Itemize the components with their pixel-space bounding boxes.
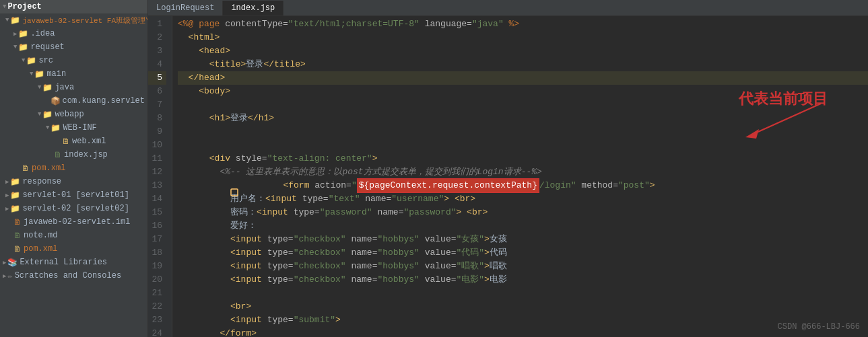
webapp-folder-icon: 📁	[42, 110, 53, 120]
iml-icon: 🗎	[13, 217, 22, 227]
editor-tabs: LoginRequest index.jsp	[148, 0, 868, 16]
code-line-8: <h1>登录</h1>	[178, 112, 868, 125]
code-line-18: <input type="checkbox" name="hobbys" val…	[178, 246, 868, 260]
tree-item-pomxml1[interactable]: 🗎 pom.xml	[0, 161, 147, 175]
servlet01-folder-icon: 📁	[10, 190, 20, 200]
code-line-13: <form action="${pageContext.request.cont…	[178, 179, 868, 192]
tree-item-src[interactable]: ▼ 📁 src	[0, 54, 147, 67]
tree-item-package[interactable]: 📦 com.kuang.servlet	[0, 94, 147, 108]
tree-item-requset[interactable]: ▼ 📁 requset	[0, 40, 147, 54]
tree-item-servlet02[interactable]: ▶ 📁 servlet-02 [servlet02]	[0, 202, 147, 215]
checkbox-icon	[230, 188, 238, 196]
extlibs-icon: 📚	[7, 258, 18, 268]
code-line-1: <%@ page contentType="text/html;charset=…	[178, 17, 868, 31]
jsp-file-icon: 🗎	[54, 150, 62, 160]
line-numbers: 1 2 3 4 5 6 7 8 9 10 11 12 13 14 15 16 1…	[148, 16, 172, 337]
project-arrow: ▼	[3, 3, 6, 10]
code-line-14: 用户名：<input type="text" name="username"> …	[178, 192, 868, 206]
tree-item-servlet01[interactable]: ▶ 📁 servlet-01 [servlet01]	[0, 188, 147, 202]
tree-item-response[interactable]: ▶ 📁 response	[0, 175, 147, 188]
code-line-12: <%-- 这里表单表示的意思：以post方式提交表单，提交到我们的Login请求…	[178, 165, 868, 179]
code-line-24: </form>	[178, 327, 868, 337]
code-line-17: <input type="checkbox" name="hobbys" val…	[178, 233, 868, 246]
code-line-23: <input type="submit">	[178, 313, 868, 327]
tab-indexjsp[interactable]: index.jsp	[223, 1, 283, 15]
response-folder-icon: 📁	[10, 177, 20, 187]
tree-item-javaweb[interactable]: ▼ 📁 javaweb-02-servlet FA班级管理\西开【19525】\…	[0, 13, 147, 27]
project-label: Project	[7, 2, 41, 11]
requset-folder-icon: 📁	[18, 42, 28, 52]
folder-icon: 📁	[10, 15, 20, 26]
tree-project-root[interactable]: ▼ Project	[0, 0, 147, 13]
tree-item-webxml[interactable]: 🗎 web.xml	[0, 135, 147, 148]
main-folder-icon: 📁	[34, 69, 44, 79]
code-line-11: <div style="text-align: center">	[178, 152, 868, 165]
code-line-15: 密码：<input type="password" name="password…	[178, 206, 868, 219]
code-line-16: 爱好：	[178, 219, 868, 233]
md-icon: 🗎	[13, 231, 22, 241]
tree-item-webapp[interactable]: ▼ 📁 webapp	[0, 108, 147, 121]
xml-file-icon: 🗎	[62, 137, 70, 147]
webinf-folder-icon: 📁	[51, 123, 61, 133]
code-content: <%@ page contentType="text/html;charset=…	[172, 16, 868, 337]
code-line-20: <input type="checkbox" name="hobbys" val…	[178, 273, 868, 287]
code-line-5: </head>	[178, 71, 868, 85]
tree-item-webinf[interactable]: ▼ 📁 WEB-INF	[0, 121, 147, 135]
tree-item-notemd[interactable]: 🗎 note.md	[0, 229, 147, 242]
tree-item-pomxml2[interactable]: 🗎 pom.xml	[0, 242, 147, 256]
svg-rect-0	[231, 189, 238, 196]
idea-folder-icon: 📁	[18, 29, 28, 39]
package-icon: 📦	[51, 96, 61, 106]
tree-item-iml[interactable]: 🗎 javaweb-02-servlet.iml	[0, 215, 147, 229]
code-line-21	[178, 287, 868, 300]
file-tree: ▼ Project ▼ 📁 javaweb-02-servlet FA班级管理\…	[0, 0, 148, 337]
java-folder-icon: 📁	[42, 83, 53, 93]
src-folder-icon: 📁	[26, 56, 36, 66]
servlet02-folder-icon: 📁	[10, 204, 20, 214]
tree-item-extlibs[interactable]: ▶ 📚 External Libraries	[0, 256, 147, 269]
code-line-9	[178, 125, 868, 139]
scratches-label: Scratches and Consoles	[15, 271, 121, 280]
tree-item-indexjsp[interactable]: 🗎 index.jsp	[0, 148, 147, 161]
tab-loginrequest[interactable]: LoginRequest	[148, 1, 223, 15]
tree-item-main[interactable]: ▼ 📁 main	[0, 67, 147, 81]
scratches-icon: ✏	[7, 271, 12, 281]
code-line-4: <title>登录</title>	[178, 58, 868, 71]
pom-icon2: 🗎	[13, 244, 22, 254]
code-line-2: <html>	[178, 31, 868, 44]
javaweb-label: javaweb-02-servlet FA班级管理\西开【19525】\2. 代…	[22, 15, 148, 26]
code-editor: LoginRequest index.jsp 1 2 3 4 5 6 7 8 9…	[148, 0, 868, 337]
code-line-7	[178, 98, 868, 112]
code-line-3: <head>	[178, 44, 868, 58]
code-line-19: <input type="checkbox" name="hobbys" val…	[178, 260, 868, 273]
code-line-22: <br>	[178, 300, 868, 313]
code-line-10	[178, 139, 868, 152]
tree-item-scratches[interactable]: ▶ ✏ Scratches and Consoles	[0, 269, 147, 283]
el-expression-highlight: ${pageContext.request.contextPath}	[357, 178, 539, 193]
tree-item-java[interactable]: ▼ 📁 java	[0, 81, 147, 94]
code-area: 1 2 3 4 5 6 7 8 9 10 11 12 13 14 15 16 1…	[148, 16, 868, 337]
tree-item-idea[interactable]: ▶ 📁 .idea	[0, 27, 147, 40]
code-line-6: <body>	[178, 85, 868, 98]
pom-icon1: 🗎	[22, 163, 30, 174]
csdn-watermark: CSDN @666-LBJ-666	[778, 322, 860, 332]
